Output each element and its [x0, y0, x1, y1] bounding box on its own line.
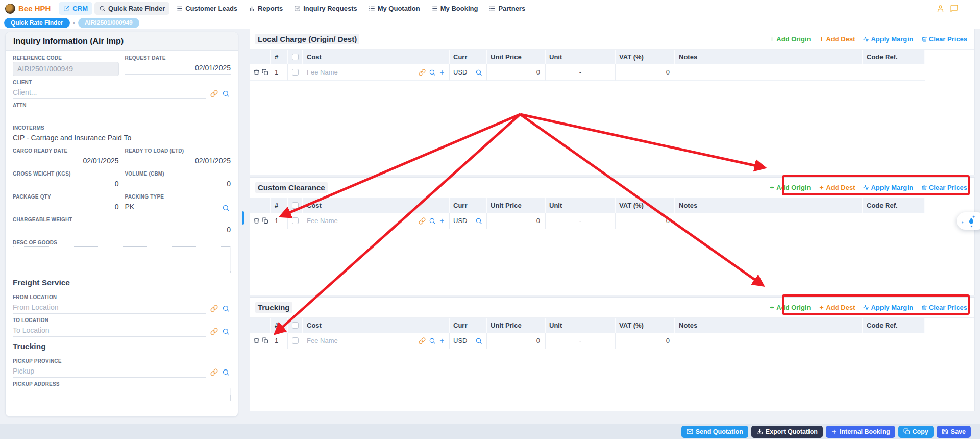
code-ref-input[interactable]: [863, 64, 925, 81]
copy-row-icon[interactable]: [262, 69, 268, 76]
currency-value[interactable]: USD: [453, 337, 467, 344]
select-all-checkbox[interactable]: [292, 54, 299, 60]
apply-margin-button[interactable]: Apply Margin: [863, 184, 913, 191]
code-ref-input[interactable]: [863, 333, 925, 349]
unit-price-input[interactable]: 0: [487, 333, 546, 349]
clear-prices-button[interactable]: Clear Prices: [921, 35, 967, 43]
scroll-indicator[interactable]: [242, 211, 244, 225]
link-icon[interactable]: [210, 368, 218, 376]
nav-item-reports[interactable]: Reports: [244, 2, 287, 15]
chargeable-weight-input[interactable]: 0: [13, 224, 231, 236]
notes-input[interactable]: [675, 333, 863, 349]
client-input[interactable]: Client...: [13, 86, 206, 99]
vat-input[interactable]: 0: [616, 213, 675, 229]
clear-prices-button[interactable]: Clear Prices: [921, 184, 967, 191]
search-icon[interactable]: [429, 69, 436, 76]
unit-select[interactable]: -: [546, 213, 616, 229]
add-dest-button[interactable]: Add Dest: [819, 35, 855, 43]
delete-row-icon[interactable]: [253, 69, 260, 76]
search-icon[interactable]: [475, 69, 482, 76]
send-quotation-button[interactable]: Send Quotation: [681, 426, 748, 438]
row-checkbox[interactable]: [292, 217, 299, 224]
assistant-droplet-button[interactable]: [957, 212, 980, 230]
desc-of-goods-textarea[interactable]: [13, 246, 231, 273]
nav-item-crm[interactable]: CRM: [59, 2, 92, 15]
pickup-province-input[interactable]: Pickup: [13, 365, 206, 378]
search-icon[interactable]: [222, 204, 230, 212]
package-qty-input[interactable]: 0: [13, 201, 119, 213]
delete-row-icon[interactable]: [253, 217, 260, 224]
search-icon[interactable]: [475, 337, 482, 344]
link-icon[interactable]: [210, 328, 218, 335]
add-origin-button[interactable]: Add Origin: [769, 304, 811, 311]
save-button[interactable]: Save: [937, 426, 971, 438]
search-icon[interactable]: [429, 337, 436, 344]
clear-prices-button[interactable]: Clear Prices: [921, 304, 967, 311]
code-ref-input[interactable]: [863, 213, 925, 229]
add-origin-button[interactable]: Add Origin: [769, 184, 811, 191]
delete-row-icon[interactable]: [253, 337, 260, 344]
plus-icon[interactable]: [439, 69, 445, 76]
packing-type-input[interactable]: PK: [125, 201, 218, 213]
row-checkbox[interactable]: [292, 337, 299, 344]
link-icon[interactable]: [419, 337, 426, 344]
currency-value[interactable]: USD: [453, 68, 467, 76]
add-dest-button[interactable]: Add Dest: [819, 184, 855, 191]
fee-name-input[interactable]: Fee Name: [307, 337, 338, 344]
link-icon[interactable]: [210, 305, 218, 312]
search-icon[interactable]: [222, 90, 230, 97]
chat-icon[interactable]: [950, 4, 959, 13]
fee-name-input[interactable]: Fee Name: [307, 217, 338, 225]
notes-input[interactable]: [675, 64, 863, 81]
unit-price-input[interactable]: 0: [487, 213, 546, 229]
vat-input[interactable]: 0: [616, 64, 675, 81]
nav-item-my-quotation[interactable]: My Quotation: [364, 2, 425, 15]
cargo-ready-date-input[interactable]: 02/01/2025: [13, 155, 119, 167]
add-origin-button[interactable]: Add Origin: [769, 35, 811, 43]
link-icon[interactable]: [419, 69, 426, 76]
fee-name-input[interactable]: Fee Name: [307, 68, 338, 76]
search-icon[interactable]: [222, 328, 230, 335]
unit-price-input[interactable]: 0: [487, 64, 546, 81]
nav-item-inquiry-requests[interactable]: Inquiry Requests: [289, 2, 361, 15]
export-quotation-button[interactable]: Export Quotation: [751, 426, 823, 438]
unit-select[interactable]: -: [546, 333, 616, 349]
request-date-input[interactable]: 02/01/2025: [125, 62, 231, 75]
user-icon[interactable]: [936, 4, 945, 13]
nav-item-partners[interactable]: Partners: [484, 2, 530, 15]
row-checkbox[interactable]: [292, 69, 299, 76]
nav-item-quick-rate-finder[interactable]: Quick Rate Finder: [94, 2, 169, 15]
attn-input[interactable]: [13, 109, 231, 121]
breadcrumb-root[interactable]: Quick Rate Finder: [4, 18, 70, 28]
add-dest-button[interactable]: Add Dest: [819, 304, 855, 311]
plus-icon[interactable]: [439, 218, 445, 224]
select-all-checkbox[interactable]: [292, 202, 299, 209]
to-location-input[interactable]: To Location: [13, 324, 206, 337]
copy-row-icon[interactable]: [262, 217, 268, 224]
search-icon[interactable]: [475, 217, 482, 225]
apply-margin-button[interactable]: Apply Margin: [863, 35, 913, 43]
gross-weight-input[interactable]: 0: [13, 178, 119, 190]
nav-item-my-booking[interactable]: My Booking: [427, 2, 483, 15]
volume-input[interactable]: 0: [125, 178, 231, 190]
brand[interactable]: Bee HPH: [5, 4, 51, 14]
internal-booking-button[interactable]: Internal Booking: [826, 426, 895, 438]
notes-input[interactable]: [675, 213, 863, 229]
apply-margin-button[interactable]: Apply Margin: [863, 304, 913, 311]
search-icon[interactable]: [222, 368, 230, 376]
nav-item-customer-leads[interactable]: Customer Leads: [172, 2, 242, 15]
ready-to-load-input[interactable]: 02/01/2025: [125, 155, 231, 167]
link-icon[interactable]: [210, 90, 218, 97]
copy-row-icon[interactable]: [262, 337, 268, 344]
copy-button[interactable]: Copy: [898, 426, 934, 438]
currency-value[interactable]: USD: [453, 217, 467, 225]
search-icon[interactable]: [222, 305, 230, 312]
search-icon[interactable]: [429, 217, 436, 225]
plus-icon[interactable]: [439, 338, 445, 344]
pickup-address-textarea[interactable]: [13, 388, 231, 401]
from-location-input[interactable]: From Location: [13, 301, 206, 314]
incoterms-input[interactable]: CIP - Carriage and Insurance Paid To: [13, 132, 231, 144]
unit-select[interactable]: -: [546, 64, 616, 81]
vat-input[interactable]: 0: [616, 333, 675, 349]
select-all-checkbox[interactable]: [292, 322, 299, 329]
